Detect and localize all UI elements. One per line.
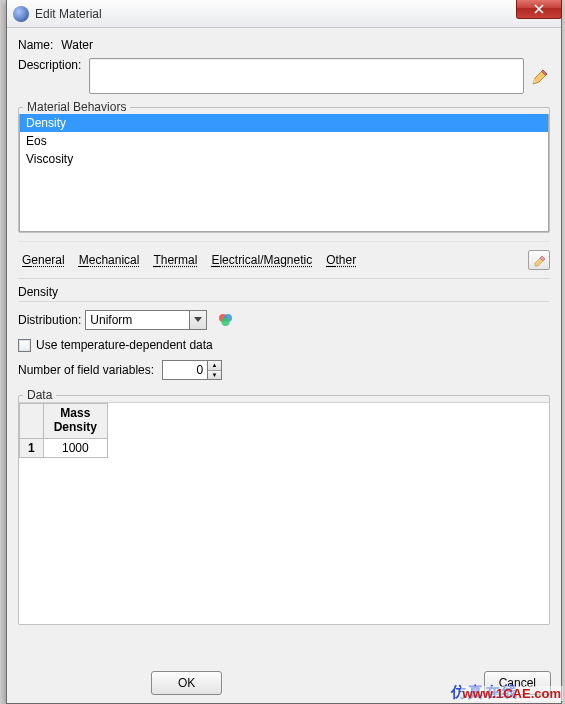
density-title: Density <box>18 285 550 302</box>
name-label: Name: <box>18 38 53 52</box>
data-table[interactable]: MassDensity 1 1000 <box>19 403 108 458</box>
description-input[interactable] <box>89 58 524 94</box>
palette-icon <box>217 312 235 328</box>
chevron-down-icon <box>194 317 202 323</box>
fieldvars-input[interactable] <box>162 360 208 380</box>
fieldvars-spinner[interactable]: ▲ ▼ <box>162 360 222 380</box>
fieldvars-up[interactable]: ▲ <box>208 361 221 371</box>
tab-mechanical[interactable]: Mechanical <box>79 253 140 267</box>
pencil-icon <box>531 69 549 87</box>
edit-material-dialog: Edit Material Name: Water Description: M… <box>6 0 562 704</box>
cancel-button[interactable]: Cancel <box>484 671 551 695</box>
distribution-dropdown-button[interactable] <box>189 310 207 330</box>
temp-dependent-label: Use temperature-dependent data <box>36 338 213 352</box>
fieldvars-label: Number of field variables: <box>18 363 154 377</box>
description-label: Description: <box>18 58 81 72</box>
ok-button[interactable]: OK <box>151 671 222 695</box>
svg-point-2 <box>222 318 230 326</box>
behaviors-list[interactable]: Density Eos Viscosity <box>19 114 549 232</box>
fieldvars-down[interactable]: ▼ <box>208 371 221 380</box>
dialog-buttons: OK Cancel <box>7 669 561 703</box>
data-group: Data MassDensity 1 1000 <box>18 388 550 625</box>
behavior-item-viscosity[interactable]: Viscosity <box>20 150 548 168</box>
tab-other[interactable]: Other <box>326 253 356 267</box>
row-index: 1 <box>20 438 44 457</box>
eraser-icon <box>532 253 546 267</box>
field-output-button[interactable] <box>217 312 235 328</box>
tab-electrical[interactable]: Electrical/Magnetic <box>211 253 312 267</box>
distribution-combo[interactable] <box>85 310 207 330</box>
table-row[interactable]: 1 1000 <box>20 438 108 457</box>
distribution-label: Distribution: <box>18 313 81 327</box>
material-behaviors-group: Material Behaviors Density Eos Viscosity <box>18 100 550 233</box>
titlebar[interactable]: Edit Material <box>7 0 561 28</box>
name-value: Water <box>61 38 93 52</box>
close-button[interactable] <box>516 0 562 19</box>
behaviors-legend: Material Behaviors <box>23 100 130 114</box>
delete-behavior-button[interactable] <box>528 250 550 270</box>
tab-thermal[interactable]: Thermal <box>153 253 197 267</box>
behavior-item-density[interactable]: Density <box>20 114 548 132</box>
row-header-blank <box>20 404 44 439</box>
temp-dependent-checkbox[interactable] <box>18 339 31 352</box>
behavior-item-eos[interactable]: Eos <box>20 132 548 150</box>
tab-general[interactable]: General <box>22 253 65 267</box>
col-header-mass-density: MassDensity <box>43 404 107 439</box>
distribution-input[interactable] <box>85 310 189 330</box>
data-legend: Data <box>23 388 56 402</box>
edit-description-button[interactable] <box>530 68 550 88</box>
behavior-tabs: General Mechanical Thermal Electrical/Ma… <box>18 241 550 278</box>
close-icon <box>534 4 544 14</box>
window-title: Edit Material <box>35 7 102 21</box>
cell-mass-density[interactable]: 1000 <box>43 438 107 457</box>
data-table-area[interactable]: MassDensity 1 1000 <box>19 402 549 624</box>
app-icon <box>13 6 29 22</box>
